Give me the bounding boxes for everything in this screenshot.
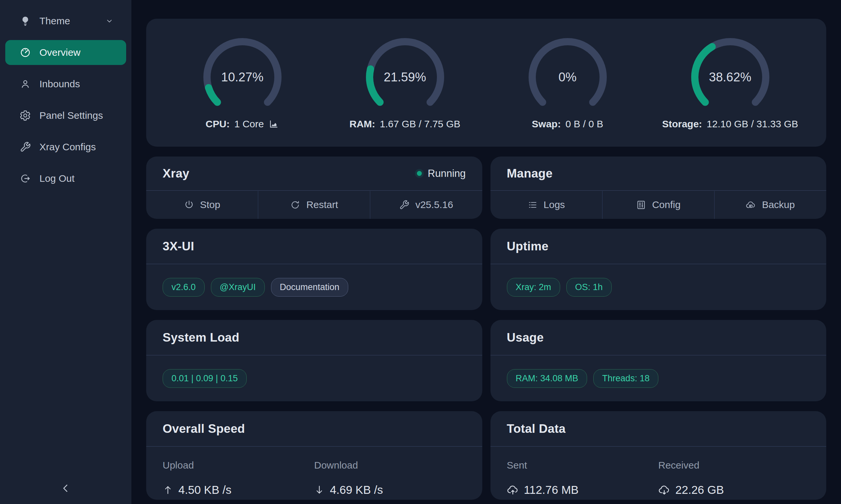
restart-icon xyxy=(290,200,300,210)
total-data-title: Total Data xyxy=(507,422,566,436)
threads-tag: Threads: 18 xyxy=(593,369,658,388)
ram-label: RAM: 1.67 GB / 7.75 GB xyxy=(349,119,460,130)
swap-label: Swap: 0 B / 0 B xyxy=(532,119,603,130)
uptime-card: Uptime Xray: 2m OS: 1h xyxy=(491,229,826,310)
usage-card: Usage RAM: 34.08 MB Threads: 18 xyxy=(491,320,826,401)
status-label: Running xyxy=(428,168,465,179)
storage-percent: 38.62% xyxy=(688,70,773,84)
overall-speed-title: Overall Speed xyxy=(162,422,245,436)
cloud-server-icon xyxy=(746,200,756,210)
xray-status: Running xyxy=(417,168,465,179)
download-value: 4.69 KB /s xyxy=(314,483,465,497)
power-icon xyxy=(184,200,194,210)
gear-icon xyxy=(20,110,31,121)
documentation-tag[interactable]: Documentation xyxy=(271,278,348,296)
theme-selector[interactable]: Theme xyxy=(5,8,126,34)
download-column: Download 4.69 KB /s xyxy=(314,460,465,500)
upload-label: Upload xyxy=(162,460,314,471)
upload-value: 4.50 KB /s xyxy=(162,483,314,497)
cpu-percent: 10.27% xyxy=(200,70,285,84)
status-dot xyxy=(417,171,422,176)
manage-card: Manage Logs xyxy=(491,157,826,219)
cloud-download-icon xyxy=(658,484,670,496)
sidebar-collapse-button[interactable] xyxy=(0,482,132,496)
manage-card-title: Manage xyxy=(507,167,553,180)
sidebar-item-label: Xray Configs xyxy=(39,141,96,152)
swap-gauge: 0% Swap: 0 B / 0 B xyxy=(486,34,649,147)
load-average-tag: 0.01 | 0.09 | 0.15 xyxy=(162,369,247,388)
sidebar-item-label: Inbounds xyxy=(39,78,80,90)
arrow-down-icon xyxy=(314,485,325,495)
chevron-left-icon xyxy=(60,482,72,496)
sent-value: 112.76 MB xyxy=(507,483,658,497)
sidebar: Theme Overview Inbounds xyxy=(0,0,132,504)
chevron-down-icon xyxy=(105,17,114,25)
xray-card: Xray Running Stop Res xyxy=(146,157,482,219)
logout-icon xyxy=(20,173,31,184)
sidebar-item-overview[interactable]: Overview xyxy=(5,40,126,65)
list-icon xyxy=(528,200,538,210)
theme-label: Theme xyxy=(39,15,70,26)
download-label: Download xyxy=(314,460,465,471)
area-chart-icon[interactable] xyxy=(269,119,279,129)
wrench-icon xyxy=(399,200,409,210)
wrench-icon xyxy=(20,141,31,152)
sent-column: Sent 112.76 MB xyxy=(507,460,658,500)
restart-button[interactable]: Restart xyxy=(258,191,370,219)
storage-label: Storage: 12.10 GB / 31.33 GB xyxy=(662,119,798,130)
sidebar-item-label: Overview xyxy=(39,47,81,58)
ram-gauge: 21.59% RAM: 1.67 GB / 7.75 GB xyxy=(324,34,486,147)
total-data-card: Total Data Sent 112.76 MB xyxy=(491,411,826,500)
app-info-card: 3X-UI v2.6.0 @XrayUI Documentation xyxy=(146,229,482,310)
config-button[interactable]: Config xyxy=(602,191,714,219)
received-column: Received 22.26 GB xyxy=(658,460,810,500)
xray-card-title: Xray xyxy=(162,167,189,180)
sidebar-item-panel-settings[interactable]: Panel Settings xyxy=(5,103,126,128)
received-value: 22.26 GB xyxy=(658,483,810,497)
system-gauges-card: 10.27% CPU: 1 Core 21.59% xyxy=(146,19,826,147)
telegram-tag[interactable]: @XrayUI xyxy=(211,278,265,296)
swap-percent: 0% xyxy=(525,70,611,84)
dashboard-gauge-icon xyxy=(20,47,31,58)
os-uptime-tag: OS: 1h xyxy=(566,278,612,296)
storage-gauge: 38.62% Storage: 12.10 GB / 31.33 GB xyxy=(649,34,811,147)
system-load-title: System Load xyxy=(162,331,240,344)
sidebar-item-xray-configs[interactable]: Xray Configs xyxy=(5,134,126,160)
version-tag[interactable]: v2.6.0 xyxy=(162,278,205,296)
overall-speed-card: Overall Speed Upload 4.50 KB /s Download xyxy=(146,411,482,500)
lightbulb-icon xyxy=(20,15,31,26)
system-load-card: System Load 0.01 | 0.09 | 0.15 xyxy=(146,320,482,401)
user-icon xyxy=(20,78,31,90)
usage-title: Usage xyxy=(507,331,544,344)
uptime-title: Uptime xyxy=(507,239,549,253)
xray-uptime-tag: Xray: 2m xyxy=(507,278,560,296)
main-content: 10.27% CPU: 1 Core 21.59% xyxy=(132,0,841,504)
cpu-label: CPU: 1 Core xyxy=(206,119,279,130)
arrow-up-icon xyxy=(162,485,173,495)
received-label: Received xyxy=(658,460,810,471)
sent-label: Sent xyxy=(507,460,658,471)
sidebar-item-logout[interactable]: Log Out xyxy=(5,166,126,191)
cpu-gauge: 10.27% CPU: 1 Core xyxy=(161,34,324,147)
app-title: 3X-UI xyxy=(162,239,194,253)
xray-version-button[interactable]: v25.5.16 xyxy=(370,191,482,219)
cloud-upload-icon xyxy=(507,484,519,496)
sliders-icon xyxy=(636,200,646,210)
backup-button[interactable]: Backup xyxy=(715,191,826,219)
stop-button[interactable]: Stop xyxy=(146,191,258,219)
sidebar-item-label: Panel Settings xyxy=(39,110,103,121)
sidebar-item-label: Log Out xyxy=(39,173,74,184)
ram-percent: 21.59% xyxy=(362,70,448,84)
ram-usage-tag: RAM: 34.08 MB xyxy=(507,369,587,388)
logs-button[interactable]: Logs xyxy=(491,191,602,219)
sidebar-item-inbounds[interactable]: Inbounds xyxy=(5,72,126,96)
upload-column: Upload 4.50 KB /s xyxy=(162,460,314,500)
